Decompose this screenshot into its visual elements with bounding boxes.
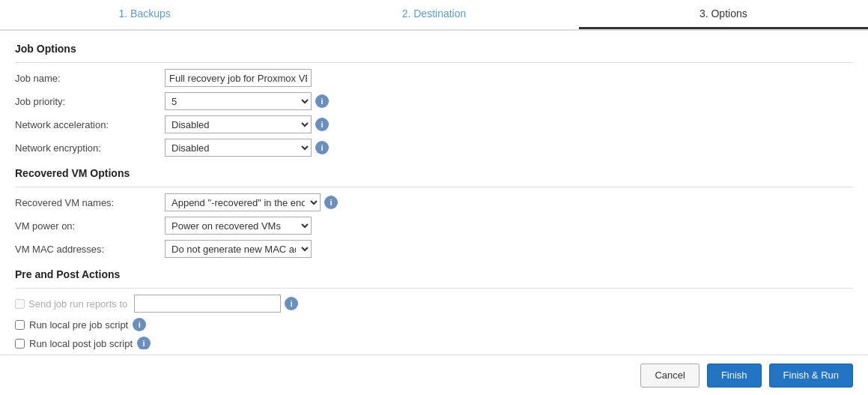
job-priority-select[interactable]: 12345 678910 (165, 92, 312, 110)
post-script-info-icon[interactable]: i (137, 337, 151, 349)
network-acceleration-wrap: DisabledEnabled i (165, 115, 329, 133)
network-encryption-select[interactable]: DisabledEnabled (165, 139, 312, 157)
vm-mac-select[interactable]: Do not generate new MAC addre... Generat… (165, 240, 312, 258)
pre-script-label: Run local pre job script (29, 319, 128, 331)
finish-button[interactable]: Finish (707, 364, 762, 388)
network-acceleration-select[interactable]: DisabledEnabled (165, 115, 312, 133)
pre-script-row: Run local pre job script i (15, 318, 853, 331)
vm-mac-label: VM MAC addresses: (15, 244, 165, 255)
post-script-checkbox[interactable] (15, 339, 25, 349)
network-encryption-info-icon[interactable]: i (315, 141, 329, 154)
send-reports-row: Send job run reports to i (15, 295, 853, 313)
vm-names-info-icon[interactable]: i (324, 196, 338, 209)
job-priority-row: Job priority: 12345 678910 i (15, 92, 853, 110)
job-name-row: Job name: (15, 69, 853, 87)
vm-power-label: VM power on: (15, 220, 165, 232)
tab-backups[interactable]: 1. Backups (0, 0, 289, 29)
post-script-label: Run local post job script (29, 338, 133, 349)
vm-power-row: VM power on: Power on recovered VMs Do n… (15, 217, 853, 235)
job-name-input[interactable] (165, 69, 312, 87)
vm-names-row: Recovered VM names: Append "-recovered" … (15, 193, 853, 211)
vm-power-wrap: Power on recovered VMs Do not power on r… (165, 217, 312, 235)
job-priority-label: Job priority: (15, 96, 165, 107)
vm-names-label: Recovered VM names: (15, 197, 165, 208)
vm-mac-row: VM MAC addresses: Do not generate new MA… (15, 240, 853, 258)
job-options-title: Job Options (15, 43, 853, 55)
vm-names-select[interactable]: Append "-recovered" in the end Replace "… (165, 193, 321, 211)
network-encryption-row: Network encryption: DisabledEnabled i (15, 139, 853, 157)
recovered-vm-title: Recovered VM Options (15, 167, 853, 179)
network-acceleration-label: Network acceleration: (15, 119, 165, 130)
send-reports-label: Send job run reports to (28, 298, 127, 310)
wizard-tabs: 1. Backups 2. Destination 3. Options (0, 0, 868, 31)
cancel-button[interactable]: Cancel (640, 364, 699, 388)
network-acceleration-row: Network acceleration: DisabledEnabled i (15, 115, 853, 133)
main-content: Job Options Job name: Job priority: 1234… (0, 31, 868, 349)
vm-power-select[interactable]: Power on recovered VMs Do not power on r… (165, 217, 312, 235)
footer: Cancel Finish Finish & Run (0, 355, 868, 395)
send-reports-wrap: Send job run reports to i (15, 295, 298, 313)
pre-script-checkbox[interactable] (15, 320, 25, 330)
pre-script-info-icon[interactable]: i (133, 318, 146, 331)
finish-run-button[interactable]: Finish & Run (769, 364, 853, 388)
tab-options[interactable]: 3. Options (579, 0, 868, 29)
network-encryption-wrap: DisabledEnabled i (165, 139, 329, 157)
send-reports-info-icon[interactable]: i (285, 297, 298, 310)
job-options-divider (15, 62, 853, 63)
recovered-vm-divider (15, 187, 853, 187)
tab-destination[interactable]: 2. Destination (289, 0, 578, 29)
job-name-wrap (165, 69, 312, 87)
pre-post-title: Pre and Post Actions (15, 268, 853, 280)
job-priority-info-icon[interactable]: i (315, 94, 329, 108)
network-encryption-label: Network encryption: (15, 142, 165, 154)
network-acceleration-info-icon[interactable]: i (315, 118, 329, 131)
job-name-label: Job name: (15, 73, 165, 84)
send-reports-checkbox[interactable] (15, 299, 25, 309)
post-script-row: Run local post job script i (15, 337, 853, 349)
vm-mac-wrap: Do not generate new MAC addre... Generat… (165, 240, 312, 258)
pre-post-divider (15, 288, 853, 289)
send-reports-input[interactable] (134, 295, 281, 313)
job-priority-wrap: 12345 678910 i (165, 92, 329, 110)
vm-names-wrap: Append "-recovered" in the end Replace "… (165, 193, 338, 211)
